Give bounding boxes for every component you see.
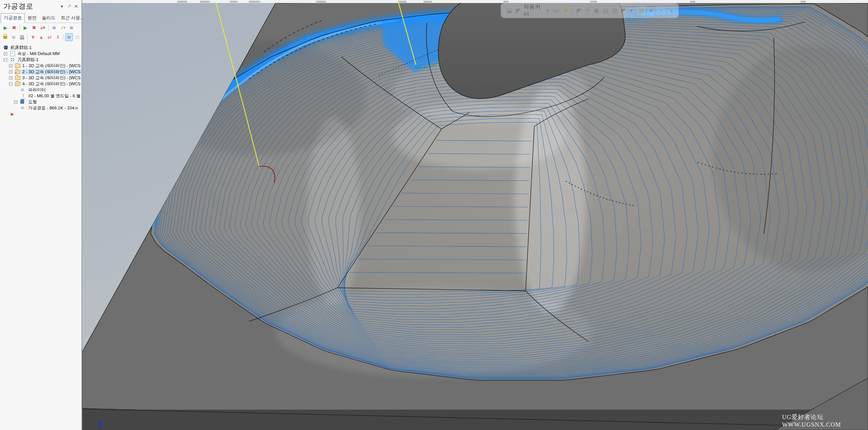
folder-open-icon	[15, 81, 20, 86]
scroll-insert-icon[interactable]: ⇄	[46, 33, 54, 41]
ghost-icon	[20, 35, 24, 40]
expand-icon[interactable]: +	[4, 52, 7, 55]
panel-dropdown-button[interactable]: ▾	[59, 3, 65, 9]
tree-row-folder[interactable]: +3 - 3D 고속 (워터라인) - [WCS	[0, 75, 81, 81]
operations-tree: 机床群组-1+≡속성 - Mill Default MM−∷刀具群组-1+1 -…	[0, 45, 81, 117]
tree-row-label: 机床群组-1	[10, 45, 32, 51]
ribbon-icon-remnant	[690, 1, 695, 3]
tree-row-folder[interactable]: +1 - 3D 고속 (워터라인) - [WCS	[0, 63, 81, 69]
panel-toolbar-row-1: ▶✖▶✖⇄▾≋✓▾≋	[0, 23, 81, 32]
tab-planes[interactable]: 평면	[25, 14, 39, 23]
toggle-insert-icon[interactable]: ⇕	[54, 33, 62, 41]
tree-row-toolpath[interactable]: ≋가공경로 - 866.1K - 104.n	[0, 105, 81, 111]
toolpath-display-icon[interactable]: ≋	[50, 24, 58, 32]
toolbar-separator	[48, 25, 49, 31]
folder-icon	[15, 63, 20, 68]
lock-icon[interactable]: ⬓	[507, 7, 512, 14]
tab-recent[interactable]: 최근 사용...	[58, 14, 86, 23]
toolpath-blank-icon[interactable]: ≋	[67, 24, 75, 32]
xyz-entry-icon[interactable]: xyz	[553, 8, 560, 13]
ribbon-icon-remnant	[423, 1, 432, 3]
rotate-icon[interactable]: ⟳	[586, 7, 590, 14]
chevron-down-icon: ▾	[44, 26, 45, 29]
iso-view-icon[interactable]: ▤	[603, 7, 608, 14]
chevron-down-icon[interactable]: ▾	[630, 7, 633, 14]
tree-row-label: 4 - 3D 고속 (워터라인) - [WCS	[21, 81, 81, 87]
pin-icon: ⊤	[66, 3, 72, 9]
plane-icon[interactable]: ▥	[612, 7, 617, 14]
panel-pin-button[interactable]: ⊤	[66, 3, 72, 9]
ribbon-icon-remnant	[503, 1, 509, 3]
tree-row-insert-arrow[interactable]: ▶	[0, 111, 81, 117]
tree-row-label: 파라미터	[28, 87, 46, 93]
select-cursor-icon[interactable]: ◤	[577, 7, 581, 15]
unselect-all-toolpaths-icon[interactable]: ✖	[10, 24, 18, 32]
tool-group-icon: ∷	[10, 57, 15, 62]
chevron-down-icon[interactable]: ▾	[650, 7, 653, 14]
ghost-operations-icon[interactable]	[18, 33, 26, 41]
section-view-icon[interactable]: ◑	[669, 8, 673, 14]
autocursor-label[interactable]: 자동커서	[523, 3, 543, 18]
tree-row-label: 가공경로 - 866.1K - 104.n	[28, 105, 79, 111]
ribbon-icon-remnant	[230, 1, 238, 3]
move-insert-up-icon[interactable]: ▲	[37, 33, 45, 41]
stock-front-strip	[82, 410, 868, 430]
ribbon-icon-remnant	[316, 1, 326, 3]
toolpath-waves-icon[interactable]: ≋	[10, 33, 17, 41]
chevron-down-icon[interactable]: ▾	[546, 7, 549, 14]
expand-icon[interactable]: +	[14, 100, 17, 104]
pan-icon[interactable]: ▣	[594, 7, 599, 14]
folder-icon	[15, 75, 20, 80]
tab-toolpaths[interactable]: 가공경로	[1, 13, 25, 23]
forum-watermark: UG爱好者论坛 WWW.UGSNX.COM	[782, 413, 868, 428]
collapse-icon[interactable]: −	[9, 82, 12, 86]
autocursor-floating-toolbar[interactable]: ⬓ ◤ 자동커서 ▾ xyz ✸ ◤ ⟳ ▣ ▤ ▥ ◤ ▾ ▩ ▾ ◔ ◑	[501, 3, 679, 18]
chevron-down-icon: ▾	[64, 26, 65, 29]
select-all-toolpaths-icon[interactable]: ▶	[2, 24, 9, 32]
toolpath-select-highlight-icon[interactable]: ≋	[65, 33, 73, 41]
lock-icon[interactable]	[2, 33, 9, 41]
toolbar-divider	[572, 6, 573, 15]
geometry-select-icon[interactable]: □	[74, 33, 81, 41]
regen-dirty-operations-icon[interactable]: ✖	[30, 24, 38, 32]
move-insert-down-icon[interactable]: ▼	[29, 33, 37, 41]
tree-row-tool-group[interactable]: −∷刀具群组-1	[0, 57, 81, 63]
toolbar-separator	[20, 25, 20, 31]
ribbon-bottom-sliver	[82, 0, 868, 3]
snap-mode-button[interactable]: ▩	[636, 5, 647, 16]
ribbon-icon-remnant	[249, 1, 260, 3]
tree-row-label: 3 - 3D 고속 (워터라인) - [WCS	[21, 75, 81, 81]
insert-arrow-icon: ▶	[10, 112, 15, 117]
cursor2-icon[interactable]: ◤	[621, 7, 626, 15]
tree-row-label: 1 - 3D 고속 (워터라인) - [WCS	[21, 63, 81, 69]
select-check-icon[interactable]: ✓▾	[59, 24, 67, 32]
expand-icon[interactable]: +	[9, 76, 12, 80]
parameters-icon: ≌	[20, 88, 25, 92]
tree-row-parameters[interactable]: ≌파라미터	[0, 87, 81, 93]
panel-title: 가공경로	[3, 2, 58, 11]
panel-close-button[interactable]: ✕	[73, 3, 79, 9]
tab-solids[interactable]: 솔리드	[39, 14, 58, 23]
expand-icon[interactable]: +	[9, 64, 12, 68]
panel-titlebar: 가공경로 ▾ ⊤ ✕	[0, 0, 81, 13]
collapse-icon[interactable]: −	[4, 58, 7, 61]
tree-row-geometry[interactable]: +도형	[0, 99, 81, 105]
tree-row-folder-open[interactable]: −4 - 3D 고속 (워터라인) - [WCS	[0, 81, 81, 87]
gview-button[interactable]: ◔	[655, 5, 666, 16]
panel-tab-strip: 가공경로평면솔리드최근 사용...	[0, 13, 81, 23]
gear-icon[interactable]: ✸	[563, 7, 568, 14]
toolbar-separator	[63, 34, 64, 40]
tree-row-machine-group[interactable]: 机床群组-1	[0, 45, 81, 51]
tree-row-tool[interactable]: ⊺#2 - M6.00 볼 엔드밀 - 6 볼	[0, 93, 81, 99]
toolpath-transform-icon[interactable]: ⇄▾	[39, 24, 47, 32]
expand-icon[interactable]: +	[9, 70, 12, 74]
regen-selected-operations-icon[interactable]: ▶	[21, 24, 29, 32]
toolpath-icon: ≋	[20, 106, 25, 111]
panel-toolbar-row-2: ≋▼▲⇄⇕≋□	[0, 32, 81, 42]
tool-icon: ⊺	[21, 94, 26, 98]
tree-row-label: #2 - M6.00 볼 엔드밀 - 6 볼	[28, 93, 81, 99]
tree-row-folder-check[interactable]: +✓2 - 3D 고속 (워터라인) - [WCS	[0, 69, 81, 75]
tree-row-properties[interactable]: +≡속성 - Mill Default MM	[0, 51, 81, 57]
toolpath-manager-panel: 가공경로 ▾ ⊤ ✕ 가공경로평면솔리드최근 사용... ▶✖▶✖⇄▾≋✓▾≋ …	[0, 0, 82, 430]
graphics-viewport[interactable]: ⬓ ◤ 자동커서 ▾ xyz ✸ ◤ ⟳ ▣ ▤ ▥ ◤ ▾ ▩ ▾ ◔ ◑ U…	[82, 0, 868, 430]
